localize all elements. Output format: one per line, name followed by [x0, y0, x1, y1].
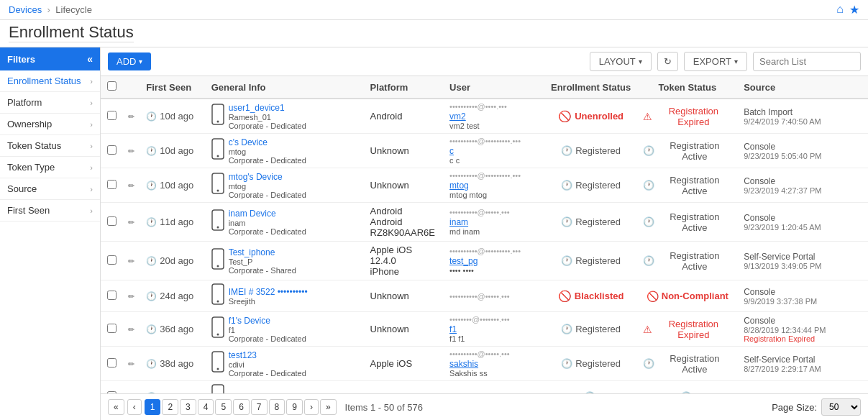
col-token-status[interactable]: Token Status — [637, 76, 739, 99]
sidebar-item-token-type[interactable]: Token Type › — [0, 157, 100, 178]
layout-dropdown-icon: ▾ — [639, 58, 642, 65]
page-number-button[interactable]: › — [304, 399, 319, 415]
breadcrumb-devices[interactable]: Devices — [9, 4, 42, 15]
device-name-link[interactable]: Test_iphone — [229, 247, 275, 257]
star-icon[interactable]: ★ — [849, 3, 859, 17]
device-name-link[interactable]: mtog's Device — [229, 172, 283, 182]
user-id-link[interactable]: inam — [449, 217, 468, 227]
platform-value: Apple iOS 12.4.0iPhone — [370, 245, 413, 277]
col-enrollment-status[interactable]: Enrollment Status — [545, 76, 637, 99]
user-fullname: mtog mtog — [449, 191, 539, 199]
page-number-button[interactable]: 7 — [251, 399, 268, 415]
page-number-button[interactable]: 4 — [198, 399, 214, 415]
row-checkbox[interactable] — [107, 324, 117, 333]
page-number-button[interactable]: 5 — [215, 399, 232, 415]
col-platform[interactable]: Platform — [365, 76, 444, 99]
sidebar-item-label: Token Status — [7, 140, 61, 151]
device-name-link[interactable]: inam Device — [229, 209, 276, 219]
source-name: Console — [744, 176, 862, 186]
page-number-button[interactable]: 1 — [145, 399, 161, 415]
user-id-link[interactable]: sakshis — [449, 359, 478, 369]
user-id-link[interactable]: test_pg — [449, 256, 478, 266]
source-date: 8/28/2019 12:34:44 PM — [744, 326, 862, 334]
device-name-link[interactable]: test123 — [229, 350, 257, 360]
page-prev-button[interactable]: ‹ — [127, 399, 142, 415]
device-icon — [211, 138, 224, 163]
user-id-link[interactable]: mtog — [449, 181, 469, 191]
page-number-button[interactable]: 2 — [162, 399, 178, 415]
first-seen-cell: 🕐 10d ago — [140, 134, 205, 168]
refresh-button[interactable]: ↻ — [657, 52, 678, 71]
col-source[interactable]: Source — [738, 76, 868, 99]
first-seen-value: 20d ago — [160, 255, 193, 266]
col-user[interactable]: User — [444, 76, 545, 99]
sidebar-item-platform[interactable]: Platform › — [0, 92, 100, 114]
edit-icon[interactable]: ✏ — [128, 325, 134, 334]
row-edit-cell: ✏ — [122, 134, 140, 168]
edit-icon[interactable]: ✏ — [128, 218, 134, 227]
device-user: cdivi — [229, 360, 306, 369]
source-date: 8/27/2019 2:29:17 AM — [744, 365, 862, 373]
edit-icon[interactable]: ✏ — [128, 147, 134, 155]
edit-icon[interactable]: ✏ — [128, 292, 134, 301]
sidebar-item-enrollment-status[interactable]: Enrollment Status › — [0, 70, 100, 92]
col-edit — [122, 76, 140, 99]
sidebar-item-token-status[interactable]: Token Status › — [0, 135, 100, 157]
edit-icon[interactable]: ✏ — [128, 112, 134, 121]
row-checkbox[interactable] — [107, 291, 117, 300]
token-status-cell: 🕐 — [637, 381, 739, 394]
row-checkbox[interactable] — [107, 358, 117, 368]
sidebar-item-source[interactable]: Source › — [0, 178, 100, 200]
row-checkbox[interactable] — [107, 255, 117, 265]
row-checkbox[interactable] — [107, 180, 117, 189]
clock-icon: 🕐 — [146, 291, 157, 301]
select-all-checkbox[interactable] — [107, 81, 117, 91]
sidebar-collapse-icon[interactable]: « — [87, 53, 93, 65]
page-number-button[interactable]: 9 — [286, 399, 303, 415]
row-checkbox[interactable] — [107, 216, 117, 226]
col-general-info[interactable]: General Info — [206, 76, 365, 99]
edit-icon[interactable]: ✏ — [128, 360, 134, 368]
sidebar-item-first-seen[interactable]: First Seen › — [0, 200, 100, 222]
sidebar-item-ownership[interactable]: Ownership › — [0, 114, 100, 135]
edit-icon[interactable]: ✏ — [128, 257, 134, 265]
user-id-link[interactable]: c — [449, 146, 454, 156]
home-icon[interactable]: ⌂ — [836, 3, 844, 17]
user-id-link[interactable]: vm2 — [449, 111, 466, 122]
sidebar-item-label: Token Type — [7, 162, 55, 173]
search-input[interactable] — [753, 52, 861, 71]
device-name-link[interactable]: c's Device — [229, 137, 268, 147]
page-size-select[interactable]: 50 25 100 — [821, 398, 861, 416]
row-checkbox-cell — [101, 312, 122, 347]
device-type: Corporate - Dedicated — [229, 191, 306, 199]
device-name-link[interactable]: IMEI # 3522 •••••••••• — [229, 287, 308, 297]
edit-icon[interactable]: ✏ — [128, 181, 134, 190]
device-name-link[interactable]: user1_device1 — [229, 103, 285, 113]
device-name-link[interactable]: f1's Device — [229, 316, 270, 326]
clock-icon: 🕐 — [643, 180, 654, 191]
platform-value: Unknown — [370, 291, 409, 301]
page-first-button[interactable]: « — [108, 399, 124, 415]
platform-value: Unknown — [370, 145, 409, 156]
col-first-seen[interactable]: First Seen — [140, 76, 205, 99]
row-checkbox-cell — [101, 242, 122, 280]
device-user: inam — [229, 219, 306, 227]
add-button[interactable]: ADD ▾ — [108, 52, 151, 70]
enrollment-status-cell: 🚫 Unenrolled — [545, 99, 637, 134]
user-id-link[interactable]: f1 — [449, 324, 457, 334]
device-user: f1 — [229, 326, 306, 334]
token-status-value: Non-Compliant — [662, 291, 728, 301]
sidebar: Filters « Enrollment Status › Platform ›… — [0, 47, 101, 420]
user-cell: ••••••••••@•••••.••• — [444, 280, 545, 312]
page-number-button[interactable]: 3 — [180, 399, 196, 415]
enrollment-status-value: Registered — [575, 145, 621, 156]
row-checkbox[interactable] — [107, 145, 117, 155]
row-checkbox[interactable] — [107, 111, 117, 120]
page-number-button[interactable]: 6 — [233, 399, 250, 415]
export-button[interactable]: EXPORT ▾ — [684, 52, 747, 71]
first-seen-cell: 🕐 10d ago — [140, 168, 205, 203]
svg-point-13 — [216, 334, 219, 336]
page-number-button[interactable]: » — [320, 399, 337, 415]
page-number-button[interactable]: 8 — [269, 399, 285, 415]
layout-button[interactable]: LAYOUT ▾ — [590, 52, 652, 71]
